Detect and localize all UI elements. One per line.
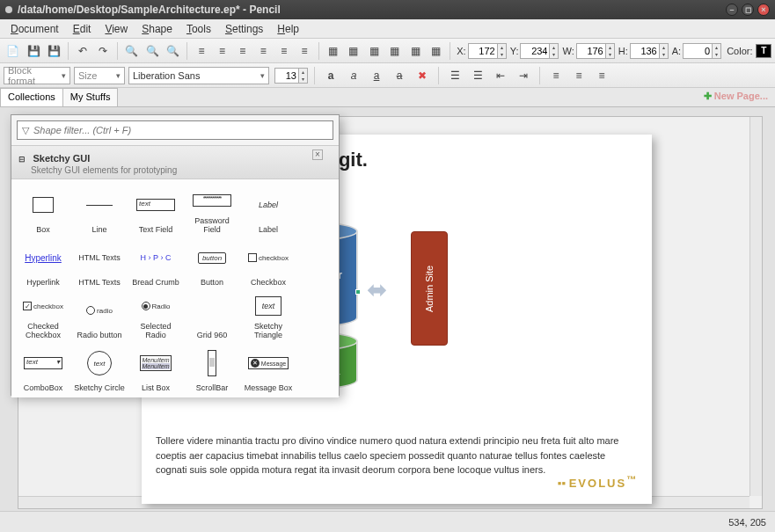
font-size-combo[interactable]: Size [74,67,125,84]
shape-breadcrumb[interactable]: H › P › CBread Crumb [128,236,184,288]
h-input[interactable] [630,43,660,59]
shape-sketchy-triangle[interactable]: textSketchy Triangle [240,288,296,341]
selection-handle[interactable] [355,289,361,295]
distribute-v-button[interactable]: ▦ [427,41,445,61]
tab-mystuffs[interactable]: My Stuffs [62,88,119,106]
bold-button[interactable]: a [321,66,340,85]
shape-htmltexts[interactable]: HTML TextsHTML Texts [71,236,128,288]
indent-button[interactable]: ⇥ [514,66,533,85]
w-spinner[interactable]: ▴▾ [606,43,615,59]
fontsize-input[interactable] [274,68,299,84]
fontsize-spinner[interactable]: ▴▾ [299,68,308,84]
shape-combobox[interactable]: text▾ComboBox [15,341,71,394]
shape-textfield[interactable]: textText Field [128,183,184,236]
bring-front-button[interactable]: ▦ [324,41,342,61]
zoom-reset-button[interactable]: 🔍 [143,41,161,61]
redo-button[interactable]: ↷ [94,41,113,61]
send-back-button[interactable]: ▦ [385,41,404,61]
save-button[interactable]: 💾 [24,41,42,61]
list-bullet-button[interactable]: ☰ [445,66,464,85]
shape-filter-input[interactable] [33,125,333,135]
italic-button[interactable]: a [344,66,363,85]
shape-hyperlink[interactable]: HyperlinkHyperlink [15,236,71,288]
shape-window-frame[interactable]: Title⊟◻✕Windown Frame [240,394,296,397]
text-align-center-button[interactable]: ≡ [569,66,589,85]
tab-collections[interactable]: Collections [0,88,63,106]
shape-checkbox[interactable]: checkboxCheckbox [240,236,296,288]
close-button[interactable]: × [757,4,770,16]
send-backward-button[interactable]: ▦ [365,41,384,61]
bring-forward-button[interactable]: ▦ [344,41,362,61]
menu-settings[interactable]: Settings [218,21,270,37]
new-doc-button[interactable]: 📄 [4,41,22,61]
shape-line[interactable]: Line [71,183,128,236]
strike-button[interactable]: a [390,66,409,85]
app-indicator-icon [5,6,12,13]
shape-checked-checkbox[interactable]: ✓checkboxChecked Checkbox [15,288,71,341]
save-as-button[interactable]: 💾 [45,41,63,61]
font-family-combo[interactable]: Liberation Sans [128,67,269,84]
shape-grid960[interactable]: Grid 960 [184,288,240,341]
shape-sketchy-circle[interactable]: textSketchy Circle [71,341,128,394]
shape-scrollbar[interactable]: ScrollBar [184,341,240,394]
menu-shape[interactable]: Shape [135,21,179,37]
shape-button[interactable]: buttonButton [184,236,240,288]
menu-tools[interactable]: Tools [179,21,218,37]
h-label: H: [618,46,628,56]
shape-radio[interactable]: radioRadio button [71,288,128,341]
align-center-button[interactable]: ≡ [213,41,231,61]
menu-help[interactable]: Help [270,21,306,37]
collapse-icon[interactable]: ⊟ [18,155,26,164]
color-picker[interactable]: T [756,44,771,58]
a-input[interactable] [683,43,713,59]
palette-category-header[interactable]: ⊟ Sketchy GUI Sketchy GUI elements for p… [11,145,339,179]
undo-button[interactable]: ↶ [73,41,91,61]
w-input[interactable] [576,43,606,59]
align-right-button[interactable]: ≡ [233,41,252,61]
menu-view[interactable]: View [98,21,135,37]
category-name: Sketchy GUI [33,153,90,164]
y-input[interactable] [520,43,550,59]
a-spinner[interactable]: ▴▾ [713,43,721,59]
shape-password[interactable]: ************Password Field [184,183,240,236]
minimize-button[interactable]: – [726,4,738,16]
outdent-button[interactable]: ⇤ [491,66,510,85]
category-close-button[interactable]: × [312,149,323,160]
x-input[interactable] [468,43,498,59]
block-format-combo[interactable]: Block format [4,67,70,84]
shape-selected-radio[interactable]: RadioSelected Radio [128,288,184,341]
menu-document[interactable]: Document [4,21,66,37]
shape-tab[interactable]: tabTab [128,394,184,397]
clear-format-button[interactable]: ✖ [413,66,432,85]
y-spinner[interactable]: ▴▾ [550,43,559,59]
shape-image[interactable]: 50×50Image [71,394,128,397]
shape-progressbar[interactable]: Progress Bar [184,394,240,397]
shape-listbox[interactable]: MenuItemMenuItemList Box [128,341,184,394]
scrollbar-vertical[interactable] [749,117,762,496]
text-align-left-button[interactable]: ≡ [546,66,566,85]
distribute-h-button[interactable]: ▦ [406,41,424,61]
statusbar: 534, 205 [0,511,775,532]
align-top-button[interactable]: ≡ [254,41,273,61]
zoom-in-button[interactable]: 🔍 [122,41,141,61]
underline-button[interactable]: a [367,66,386,85]
align-left-button[interactable]: ≡ [192,41,210,61]
main-toolbar: 📄 💾 💾 ↶ ↷ 🔍 🔍 🔍 ≡ ≡ ≡ ≡ ≡ ≡ ▦ ▦ ▦ ▦ ▦ ▦ … [0,39,775,63]
text-align-right-button[interactable]: ≡ [592,66,611,85]
align-bottom-button[interactable]: ≡ [295,41,313,61]
menu-edit[interactable]: Edit [66,21,99,37]
shape-scale[interactable]: Scale [15,394,71,397]
shape-messagebox[interactable]: ✕MessageMessage Box [240,341,296,394]
x-spinner[interactable]: ▴▾ [498,43,507,59]
new-page-button[interactable]: ✚ New Page... [704,91,768,102]
h-spinner[interactable]: ▴▾ [660,43,669,59]
shape-label[interactable]: LabelLabel [240,183,296,236]
window-title: /data/home/Desktop/SampleArchitecture.ep… [18,4,726,16]
maximize-button[interactable]: ◻ [742,4,754,16]
titlebar: /data/home/Desktop/SampleArchitecture.ep… [0,0,775,19]
list-number-button[interactable]: ☰ [468,66,487,85]
align-middle-button[interactable]: ≡ [274,41,293,61]
shape-admin[interactable]: Admin Site [411,231,448,346]
zoom-out-button[interactable]: 🔍 [164,41,182,61]
shape-box[interactable]: Box [15,183,71,236]
